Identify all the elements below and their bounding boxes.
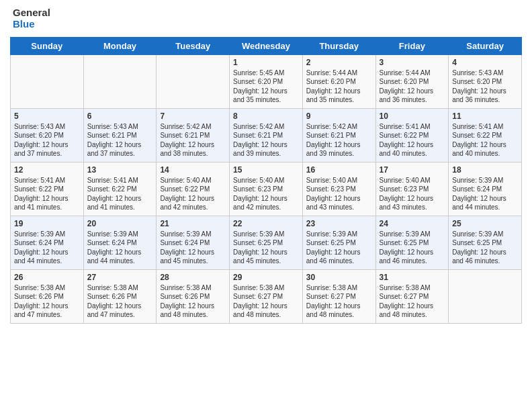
day-cell: 28Sunrise: 5:38 AMSunset: 6:26 PMDayligh… [157, 269, 230, 323]
day-number: 3 [380, 58, 445, 67]
day-number: 12 [14, 165, 80, 175]
header-row: SundayMondayTuesdayWednesdayThursdayFrid… [11, 37, 522, 54]
day-info: Sunrise: 5:39 AMSunset: 6:24 PMDaylight:… [14, 230, 80, 266]
day-info: Sunrise: 5:38 AMSunset: 6:26 PMDaylight:… [14, 283, 80, 320]
day-cell: 30Sunrise: 5:38 AMSunset: 6:27 PMDayligh… [302, 269, 375, 323]
col-header-tuesday: Tuesday [157, 37, 230, 54]
day-number: 20 [87, 219, 153, 228]
day-number: 15 [233, 165, 299, 175]
day-info: Sunrise: 5:38 AMSunset: 6:26 PMDaylight:… [87, 283, 153, 320]
day-number: 16 [306, 165, 372, 175]
logo-general: General [13, 7, 50, 18]
day-cell: 14Sunrise: 5:40 AMSunset: 6:22 PMDayligh… [157, 162, 230, 216]
day-cell: 17Sunrise: 5:40 AMSunset: 6:23 PMDayligh… [375, 162, 449, 216]
day-info: Sunrise: 5:43 AMSunset: 6:21 PMDaylight:… [87, 122, 153, 158]
col-header-friday: Friday [375, 37, 449, 54]
day-cell: 3Sunrise: 5:44 AMSunset: 6:20 PMDaylight… [375, 54, 449, 108]
col-header-wednesday: Wednesday [230, 37, 303, 54]
day-cell: 26Sunrise: 5:38 AMSunset: 6:26 PMDayligh… [11, 269, 84, 323]
day-info: Sunrise: 5:45 AMSunset: 6:20 PMDaylight:… [233, 68, 299, 105]
logo-blue: Blue [13, 18, 50, 30]
day-info: Sunrise: 5:42 AMSunset: 6:21 PMDaylight:… [306, 122, 372, 158]
day-info: Sunrise: 5:39 AMSunset: 6:24 PMDaylight:… [87, 230, 153, 266]
day-number: 21 [160, 219, 226, 228]
calendar-table: SundayMondayTuesdayWednesdayThursdayFrid… [10, 37, 522, 324]
day-cell: 6Sunrise: 5:43 AMSunset: 6:21 PMDaylight… [83, 108, 157, 162]
logo: GeneralBlue [10, 7, 50, 30]
day-info: Sunrise: 5:43 AMSunset: 6:20 PMDaylight:… [14, 122, 80, 158]
day-info: Sunrise: 5:41 AMSunset: 6:22 PMDaylight:… [87, 176, 153, 212]
day-info: Sunrise: 5:40 AMSunset: 6:23 PMDaylight:… [306, 176, 372, 212]
day-info: Sunrise: 5:41 AMSunset: 6:22 PMDaylight:… [380, 122, 445, 158]
day-info: Sunrise: 5:42 AMSunset: 6:21 PMDaylight:… [160, 122, 226, 158]
day-number: 5 [14, 111, 80, 121]
day-number: 18 [452, 165, 518, 175]
day-cell: 29Sunrise: 5:38 AMSunset: 6:27 PMDayligh… [230, 269, 303, 323]
day-info: Sunrise: 5:39 AMSunset: 6:25 PMDaylight:… [233, 230, 299, 266]
day-number: 10 [380, 111, 445, 121]
day-number: 9 [306, 111, 372, 121]
day-cell: 9Sunrise: 5:42 AMSunset: 6:21 PMDaylight… [302, 108, 375, 162]
day-info: Sunrise: 5:39 AMSunset: 6:24 PMDaylight:… [452, 176, 518, 212]
day-cell: 7Sunrise: 5:42 AMSunset: 6:21 PMDaylight… [157, 108, 230, 162]
day-cell: 5Sunrise: 5:43 AMSunset: 6:20 PMDaylight… [11, 108, 84, 162]
week-row-1: 1Sunrise: 5:45 AMSunset: 6:20 PMDaylight… [11, 54, 522, 108]
day-cell: 8Sunrise: 5:42 AMSunset: 6:21 PMDaylight… [230, 108, 303, 162]
day-cell: 22Sunrise: 5:39 AMSunset: 6:25 PMDayligh… [230, 216, 303, 269]
day-cell [157, 54, 230, 108]
day-cell: 15Sunrise: 5:40 AMSunset: 6:23 PMDayligh… [230, 162, 303, 216]
day-info: Sunrise: 5:44 AMSunset: 6:20 PMDaylight:… [380, 68, 445, 105]
day-number: 26 [14, 273, 80, 282]
day-number: 19 [14, 219, 80, 228]
day-info: Sunrise: 5:38 AMSunset: 6:27 PMDaylight:… [380, 283, 445, 320]
day-info: Sunrise: 5:43 AMSunset: 6:20 PMDaylight:… [452, 68, 518, 105]
week-row-2: 5Sunrise: 5:43 AMSunset: 6:20 PMDaylight… [11, 108, 522, 162]
day-cell: 21Sunrise: 5:39 AMSunset: 6:24 PMDayligh… [157, 216, 230, 269]
day-cell [11, 54, 84, 108]
day-number: 1 [233, 58, 299, 67]
col-header-sunday: Sunday [11, 37, 84, 54]
day-cell: 27Sunrise: 5:38 AMSunset: 6:26 PMDayligh… [83, 269, 157, 323]
day-info: Sunrise: 5:39 AMSunset: 6:25 PMDaylight:… [380, 230, 445, 266]
day-cell: 16Sunrise: 5:40 AMSunset: 6:23 PMDayligh… [302, 162, 375, 216]
day-cell: 13Sunrise: 5:41 AMSunset: 6:22 PMDayligh… [83, 162, 157, 216]
day-number: 13 [87, 165, 153, 175]
day-info: Sunrise: 5:40 AMSunset: 6:23 PMDaylight:… [233, 176, 299, 212]
col-header-monday: Monday [83, 37, 157, 54]
day-number: 27 [87, 273, 153, 282]
day-number: 7 [160, 111, 226, 121]
day-info: Sunrise: 5:42 AMSunset: 6:21 PMDaylight:… [233, 122, 299, 158]
day-cell [449, 269, 522, 323]
day-number: 29 [233, 273, 299, 282]
day-cell: 25Sunrise: 5:39 AMSunset: 6:25 PMDayligh… [449, 216, 522, 269]
day-cell: 18Sunrise: 5:39 AMSunset: 6:24 PMDayligh… [449, 162, 522, 216]
day-number: 14 [160, 165, 226, 175]
day-info: Sunrise: 5:38 AMSunset: 6:27 PMDaylight:… [306, 283, 372, 320]
day-number: 17 [380, 165, 445, 175]
day-cell: 4Sunrise: 5:43 AMSunset: 6:20 PMDaylight… [449, 54, 522, 108]
day-info: Sunrise: 5:40 AMSunset: 6:22 PMDaylight:… [160, 176, 226, 212]
day-info: Sunrise: 5:38 AMSunset: 6:26 PMDaylight:… [160, 283, 226, 320]
col-header-thursday: Thursday [302, 37, 375, 54]
day-cell: 19Sunrise: 5:39 AMSunset: 6:24 PMDayligh… [11, 216, 84, 269]
day-number: 23 [306, 219, 372, 228]
day-info: Sunrise: 5:41 AMSunset: 6:22 PMDaylight:… [14, 176, 80, 212]
day-cell: 1Sunrise: 5:45 AMSunset: 6:20 PMDaylight… [230, 54, 303, 108]
day-number: 30 [306, 273, 372, 282]
col-header-saturday: Saturday [449, 37, 522, 54]
day-info: Sunrise: 5:41 AMSunset: 6:22 PMDaylight:… [452, 122, 518, 158]
day-number: 25 [452, 219, 518, 228]
day-number: 31 [380, 273, 445, 282]
day-cell: 31Sunrise: 5:38 AMSunset: 6:27 PMDayligh… [375, 269, 449, 323]
week-row-4: 19Sunrise: 5:39 AMSunset: 6:24 PMDayligh… [11, 216, 522, 269]
day-info: Sunrise: 5:39 AMSunset: 6:25 PMDaylight:… [306, 230, 372, 266]
day-info: Sunrise: 5:39 AMSunset: 6:24 PMDaylight:… [160, 230, 226, 266]
day-cell: 23Sunrise: 5:39 AMSunset: 6:25 PMDayligh… [302, 216, 375, 269]
day-number: 8 [233, 111, 299, 121]
day-cell: 2Sunrise: 5:44 AMSunset: 6:20 PMDaylight… [302, 54, 375, 108]
day-cell: 12Sunrise: 5:41 AMSunset: 6:22 PMDayligh… [11, 162, 84, 216]
week-row-3: 12Sunrise: 5:41 AMSunset: 6:22 PMDayligh… [11, 162, 522, 216]
header: GeneralBlue [10, 7, 522, 30]
day-cell: 20Sunrise: 5:39 AMSunset: 6:24 PMDayligh… [83, 216, 157, 269]
day-number: 11 [452, 111, 518, 121]
